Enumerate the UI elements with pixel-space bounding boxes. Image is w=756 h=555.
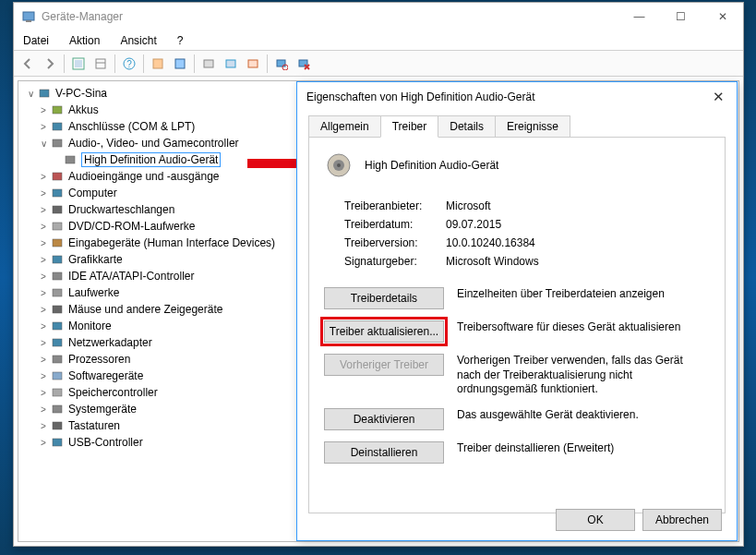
tb-icon-3[interactable] xyxy=(148,54,168,74)
svg-rect-8 xyxy=(153,59,162,68)
tb-icon-4[interactable] xyxy=(170,54,190,74)
tab-driver[interactable]: Treiber xyxy=(380,115,439,138)
driver-details-button[interactable]: Treiberdetails xyxy=(324,287,444,309)
ide-icon xyxy=(50,269,65,284)
version-value: 10.0.10240.16384 xyxy=(446,236,535,249)
dialog-footer: OK Abbrechen xyxy=(556,509,722,531)
menu-action[interactable]: Aktion xyxy=(66,32,103,49)
version-label: Treiberversion: xyxy=(344,236,446,249)
back-button[interactable] xyxy=(18,54,38,74)
maximize-button[interactable]: ☐ xyxy=(660,3,702,30)
software-icon xyxy=(50,368,65,383)
svg-rect-39 xyxy=(53,439,62,446)
svg-rect-27 xyxy=(53,239,62,247)
svg-point-42 xyxy=(337,163,341,167)
svg-rect-23 xyxy=(53,173,62,180)
update-driver-button[interactable]: Treiber aktualisieren... xyxy=(324,320,444,343)
date-label: Treiberdatum: xyxy=(344,218,446,231)
port-icon xyxy=(50,119,65,134)
properties-dialog: Eigenschaften von High Definition Audio-… xyxy=(296,81,738,541)
signer-value: Microsoft Windows xyxy=(446,255,539,268)
dialog-title: Eigenschaften von High Definition Audio-… xyxy=(306,90,709,103)
svg-rect-12 xyxy=(248,60,258,67)
svg-rect-11 xyxy=(226,60,235,67)
svg-rect-28 xyxy=(53,256,62,263)
svg-rect-3 xyxy=(75,60,82,67)
tab-details[interactable]: Details xyxy=(438,115,496,138)
battery-icon xyxy=(50,103,65,117)
dialog-titlebar: Eigenschaften von High Definition Audio-… xyxy=(297,82,737,112)
toolbar: ? xyxy=(14,51,743,77)
app-icon xyxy=(21,9,36,24)
tb-scan-icon[interactable] xyxy=(271,54,292,74)
titlebar: Geräte-Manager — ☐ ✕ xyxy=(14,3,743,30)
svg-rect-22 xyxy=(66,156,75,163)
ok-button[interactable]: OK xyxy=(556,509,635,531)
uninstall-desc: Treiber deinstallieren (Erweitert) xyxy=(457,441,710,456)
svg-text:?: ? xyxy=(126,59,132,69)
svg-rect-4 xyxy=(96,59,105,68)
tb-remove-icon[interactable] xyxy=(294,54,314,74)
system-icon xyxy=(50,402,65,416)
provider-value: Microsoft xyxy=(446,199,491,212)
minimize-button[interactable]: — xyxy=(618,3,660,30)
tb-icon-help[interactable]: ? xyxy=(119,54,139,74)
keyboard-icon xyxy=(50,418,65,433)
rollback-driver-desc: Vorherigen Treiber verwenden, falls das … xyxy=(457,354,710,397)
tab-strip: Allgemein Treiber Details Ereignisse xyxy=(297,112,737,138)
window-title: Geräte-Manager xyxy=(42,10,618,23)
svg-rect-36 xyxy=(53,389,62,396)
device-name: High Definition Audio-Gerät xyxy=(365,159,498,172)
speaker-icon xyxy=(63,152,78,167)
uninstall-button[interactable]: Deinstallieren xyxy=(324,441,444,464)
svg-rect-37 xyxy=(53,405,62,413)
driver-info: Treiberanbieter:Microsoft Treiberdatum:0… xyxy=(344,197,710,271)
close-button[interactable]: ✕ xyxy=(702,3,743,30)
svg-rect-38 xyxy=(53,422,62,429)
disable-button[interactable]: Deaktivieren xyxy=(324,408,444,430)
computer-icon xyxy=(50,186,65,200)
dialog-close-button[interactable]: ✕ xyxy=(709,89,727,105)
svg-rect-18 xyxy=(40,90,49,97)
provider-label: Treiberanbieter: xyxy=(344,199,446,212)
tb-icon-5[interactable] xyxy=(198,54,219,74)
menu-view[interactable]: Ansicht xyxy=(116,32,160,49)
tb-icon-1[interactable] xyxy=(68,54,89,74)
driver-details-desc: Einzelheiten über Treiberdateien anzeige… xyxy=(457,287,710,302)
network-icon xyxy=(50,335,65,350)
svg-rect-1 xyxy=(26,20,31,22)
computer-icon xyxy=(37,86,52,101)
svg-rect-13 xyxy=(277,60,285,66)
rollback-driver-button: Vorheriger Treiber xyxy=(324,354,444,376)
svg-rect-29 xyxy=(53,272,62,280)
svg-rect-33 xyxy=(53,339,62,346)
date-value: 09.07.2015 xyxy=(446,218,501,231)
svg-rect-10 xyxy=(204,60,213,67)
monitor-icon xyxy=(50,319,65,333)
svg-rect-9 xyxy=(175,59,185,68)
forward-button[interactable] xyxy=(40,54,60,74)
tab-events[interactable]: Ereignisse xyxy=(495,115,570,138)
svg-rect-21 xyxy=(53,139,62,147)
printer-icon xyxy=(50,202,65,217)
svg-rect-32 xyxy=(53,322,62,330)
storage-icon xyxy=(50,385,65,400)
hid-icon xyxy=(50,235,65,250)
tab-general[interactable]: Allgemein xyxy=(308,115,381,138)
svg-rect-31 xyxy=(53,306,62,313)
svg-rect-19 xyxy=(53,106,62,114)
svg-rect-35 xyxy=(53,372,62,380)
tb-icon-6[interactable] xyxy=(221,54,241,74)
usb-icon xyxy=(50,435,65,450)
menu-help[interactable]: ? xyxy=(174,32,187,49)
cpu-icon xyxy=(50,352,65,367)
svg-rect-30 xyxy=(53,289,62,296)
tb-icon-7[interactable] xyxy=(243,54,263,74)
speaker-icon xyxy=(50,136,65,151)
tb-icon-2[interactable] xyxy=(90,54,111,74)
drive-icon xyxy=(50,285,65,300)
menu-file[interactable]: Datei xyxy=(19,32,53,49)
svg-rect-25 xyxy=(53,206,62,213)
cancel-button[interactable]: Abbrechen xyxy=(642,509,722,531)
display-icon xyxy=(50,252,65,267)
